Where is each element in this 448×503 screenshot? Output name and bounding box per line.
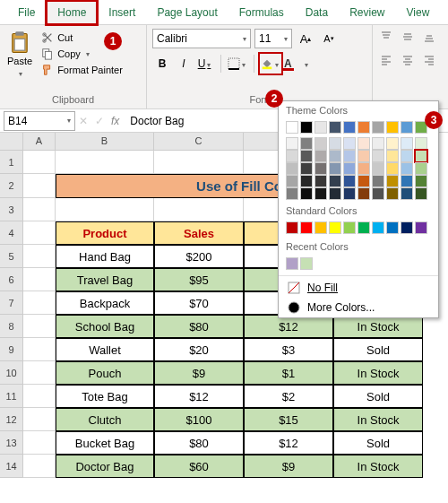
table-cell-sales[interactable]: $200 bbox=[154, 245, 244, 268]
color-swatch[interactable] bbox=[358, 121, 370, 134]
color-swatch[interactable] bbox=[300, 121, 313, 134]
cell[interactable] bbox=[23, 361, 56, 385]
table-cell-sales[interactable]: $95 bbox=[154, 268, 244, 291]
align-right-button[interactable] bbox=[419, 50, 439, 70]
fx-icon[interactable]: fx bbox=[111, 115, 119, 127]
color-swatch[interactable] bbox=[401, 150, 413, 162]
color-swatch[interactable] bbox=[358, 150, 370, 162]
color-swatch[interactable] bbox=[329, 137, 341, 150]
table-cell-sales[interactable]: $80 bbox=[154, 431, 244, 455]
color-swatch[interactable] bbox=[300, 187, 313, 200]
color-swatch[interactable] bbox=[314, 221, 327, 234]
font-name-select[interactable]: Calibri▾ bbox=[152, 29, 251, 48]
decrease-font-button[interactable]: A▾ bbox=[319, 29, 339, 48]
color-swatch[interactable] bbox=[329, 121, 341, 134]
color-swatch[interactable] bbox=[372, 121, 384, 134]
table-cell-sales[interactable]: $100 bbox=[154, 408, 244, 431]
color-swatch[interactable] bbox=[415, 137, 427, 150]
color-swatch[interactable] bbox=[386, 175, 399, 187]
table-cell-product[interactable]: Pouch bbox=[56, 361, 154, 385]
color-swatch[interactable] bbox=[300, 221, 313, 234]
italic-button[interactable]: I bbox=[174, 54, 194, 74]
color-swatch[interactable] bbox=[415, 162, 427, 175]
color-swatch[interactable] bbox=[300, 257, 313, 270]
color-swatch[interactable] bbox=[300, 175, 313, 187]
row-header[interactable]: 2 bbox=[0, 174, 23, 198]
color-swatch[interactable] bbox=[401, 187, 413, 200]
align-middle-button[interactable] bbox=[398, 27, 418, 47]
tab-home[interactable]: Home bbox=[46, 0, 98, 25]
color-swatch[interactable] bbox=[300, 150, 313, 162]
table-cell-sales[interactable]: $20 bbox=[154, 338, 244, 361]
table-cell-product[interactable]: Doctor Bag bbox=[56, 455, 154, 478]
color-swatch[interactable] bbox=[401, 175, 413, 187]
color-swatch[interactable] bbox=[401, 121, 413, 134]
color-swatch[interactable] bbox=[415, 221, 427, 234]
row-header[interactable]: 5 bbox=[0, 245, 23, 268]
tab-insert[interactable]: Insert bbox=[98, 1, 146, 24]
color-swatch[interactable] bbox=[386, 150, 399, 162]
row-header[interactable]: 13 bbox=[0, 431, 23, 455]
color-swatch[interactable] bbox=[286, 150, 298, 162]
tab-formulas[interactable]: Formulas bbox=[228, 1, 295, 24]
underline-button[interactable]: U bbox=[195, 54, 215, 74]
color-swatch[interactable] bbox=[415, 187, 427, 200]
tab-page-layout[interactable]: Page Layout bbox=[146, 1, 228, 24]
align-center-button[interactable] bbox=[398, 50, 418, 70]
color-swatch[interactable] bbox=[300, 162, 313, 175]
fill-color-button[interactable] bbox=[260, 54, 281, 74]
color-swatch[interactable] bbox=[401, 162, 413, 175]
table-cell-price[interactable]: $3 bbox=[244, 338, 333, 361]
color-swatch[interactable] bbox=[286, 187, 298, 200]
table-cell-price[interactable]: $2 bbox=[244, 385, 333, 408]
color-swatch[interactable] bbox=[300, 137, 313, 150]
color-swatch[interactable] bbox=[286, 121, 298, 134]
cell[interactable] bbox=[23, 291, 56, 315]
color-swatch[interactable] bbox=[372, 187, 384, 200]
color-swatch[interactable] bbox=[343, 187, 356, 200]
table-cell-product[interactable]: Travel Bag bbox=[56, 268, 154, 291]
color-swatch[interactable] bbox=[329, 162, 341, 175]
color-swatch[interactable] bbox=[286, 175, 298, 187]
color-swatch[interactable] bbox=[314, 175, 327, 187]
more-colors-button[interactable]: More Colors... bbox=[279, 298, 438, 317]
cell[interactable] bbox=[23, 174, 56, 198]
table-cell-price[interactable]: $1 bbox=[244, 361, 333, 385]
color-swatch[interactable] bbox=[343, 162, 356, 175]
align-bottom-button[interactable] bbox=[419, 27, 439, 47]
cell[interactable] bbox=[154, 151, 244, 174]
cell[interactable] bbox=[23, 385, 56, 408]
cell[interactable] bbox=[154, 198, 244, 221]
table-cell-status[interactable]: Sold bbox=[333, 338, 423, 361]
table-cell-sales[interactable]: $9 bbox=[154, 361, 244, 385]
cell[interactable] bbox=[23, 151, 56, 174]
color-swatch[interactable] bbox=[286, 221, 298, 234]
color-swatch[interactable] bbox=[372, 221, 384, 234]
row-header[interactable]: 10 bbox=[0, 361, 23, 385]
name-box[interactable]: B14▾ bbox=[4, 111, 75, 131]
align-left-button[interactable] bbox=[376, 50, 396, 70]
color-swatch[interactable] bbox=[343, 150, 356, 162]
color-swatch[interactable] bbox=[314, 187, 327, 200]
color-swatch[interactable] bbox=[358, 175, 370, 187]
table-cell-price[interactable]: $9 bbox=[244, 455, 333, 478]
cell[interactable] bbox=[56, 151, 154, 174]
color-swatch[interactable] bbox=[314, 150, 327, 162]
table-cell-price[interactable]: $15 bbox=[244, 408, 333, 431]
row-header[interactable]: 14 bbox=[0, 455, 23, 478]
color-swatch[interactable] bbox=[386, 137, 399, 150]
paste-button[interactable]: Paste bbox=[5, 29, 38, 79]
col-header-a[interactable]: A bbox=[23, 133, 56, 151]
cell[interactable] bbox=[23, 221, 56, 245]
color-swatch[interactable] bbox=[401, 137, 413, 150]
align-top-button[interactable] bbox=[376, 27, 396, 47]
increase-font-button[interactable]: A▴ bbox=[296, 29, 315, 48]
table-cell-status[interactable]: Sold bbox=[333, 431, 423, 455]
row-header[interactable]: 7 bbox=[0, 291, 23, 315]
table-cell-product[interactable]: Wallet bbox=[56, 338, 154, 361]
color-swatch[interactable] bbox=[372, 137, 384, 150]
color-swatch[interactable] bbox=[386, 187, 399, 200]
color-swatch[interactable] bbox=[372, 150, 384, 162]
row-header[interactable]: 1 bbox=[0, 151, 23, 174]
color-swatch[interactable] bbox=[358, 187, 370, 200]
